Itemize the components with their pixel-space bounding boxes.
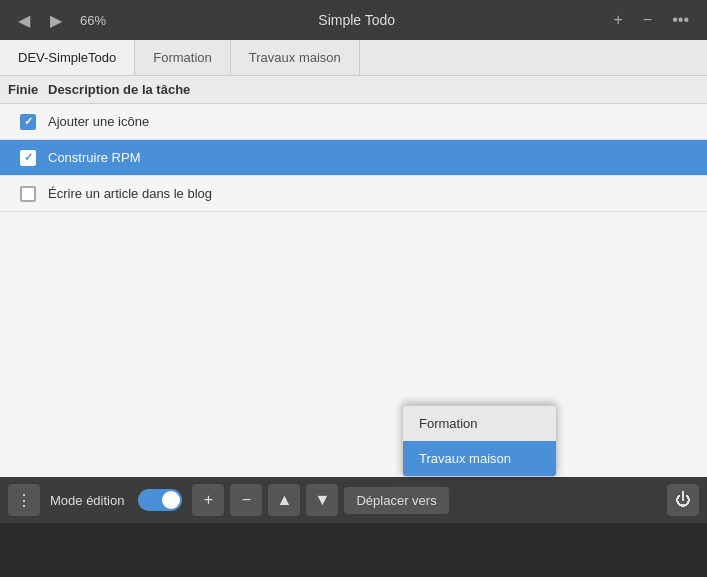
row-1-checkbox[interactable] <box>20 114 36 130</box>
titlebar: ◀ ▶ 66% Simple Todo + − ••• <box>0 0 707 40</box>
table-header: Finie Description de la tâche <box>0 76 707 104</box>
tab-travaux-maison[interactable]: Travaux maison <box>231 40 360 75</box>
row-1-description: Ajouter une icône <box>48 114 699 129</box>
table-row[interactable]: Écrire un article dans le blog <box>0 176 707 212</box>
mode-toggle[interactable] <box>138 489 182 511</box>
row-1-check-cell <box>8 114 48 130</box>
row-2-description: Construire RPM <box>48 150 699 165</box>
move-down-button[interactable]: ▼ <box>306 484 338 516</box>
header-description: Description de la tâche <box>48 82 699 97</box>
dark-footer <box>0 523 707 577</box>
add-button[interactable]: + <box>608 9 629 31</box>
row-2-checkbox[interactable] <box>20 150 36 166</box>
bottom-section: ⋮ Mode édition + − ▲ ▼ Déplacer vers ⏻ F… <box>0 477 707 523</box>
mode-edition-label: Mode édition <box>50 493 124 508</box>
window-title: Simple Todo <box>106 12 607 28</box>
task-table: Finie Description de la tâche Ajouter un… <box>0 76 707 477</box>
power-button[interactable]: ⏻ <box>667 484 699 516</box>
move-up-button[interactable]: ▲ <box>268 484 300 516</box>
more-button[interactable]: ••• <box>666 9 695 31</box>
row-3-check-cell <box>8 186 48 202</box>
bottom-toolbar: ⋮ Mode édition + − ▲ ▼ Déplacer vers ⏻ <box>0 477 707 523</box>
forward-button[interactable]: ▶ <box>44 9 68 32</box>
add-task-button[interactable]: + <box>192 484 224 516</box>
remove-task-button[interactable]: − <box>230 484 262 516</box>
back-button[interactable]: ◀ <box>12 9 36 32</box>
tab-formation[interactable]: Formation <box>135 40 231 75</box>
tab-bar: DEV-SimpleTodo Formation Travaux maison <box>0 40 707 76</box>
titlebar-actions: + − ••• <box>608 9 696 31</box>
tab-dev-simpletodo[interactable]: DEV-SimpleTodo <box>0 40 135 75</box>
header-finie: Finie <box>8 82 48 97</box>
main-content: DEV-SimpleTodo Formation Travaux maison … <box>0 40 707 477</box>
deplacer-vers-button[interactable]: Déplacer vers <box>344 487 448 514</box>
dropdown-item-formation[interactable]: Formation <box>403 406 556 441</box>
table-row[interactable]: Construire RPM <box>0 140 707 176</box>
row-2-check-cell <box>8 150 48 166</box>
minimize-button[interactable]: − <box>637 9 658 31</box>
titlebar-navigation: ◀ ▶ 66% <box>12 9 106 32</box>
row-3-checkbox[interactable] <box>20 186 36 202</box>
row-3-description: Écrire un article dans le blog <box>48 186 699 201</box>
dropdown-item-travaux[interactable]: Travaux maison <box>403 441 556 476</box>
deplacer-dropdown: Formation Travaux maison <box>402 405 557 477</box>
menu-button[interactable]: ⋮ <box>8 484 40 516</box>
zoom-level: 66% <box>80 13 106 28</box>
table-row[interactable]: Ajouter une icône <box>0 104 707 140</box>
